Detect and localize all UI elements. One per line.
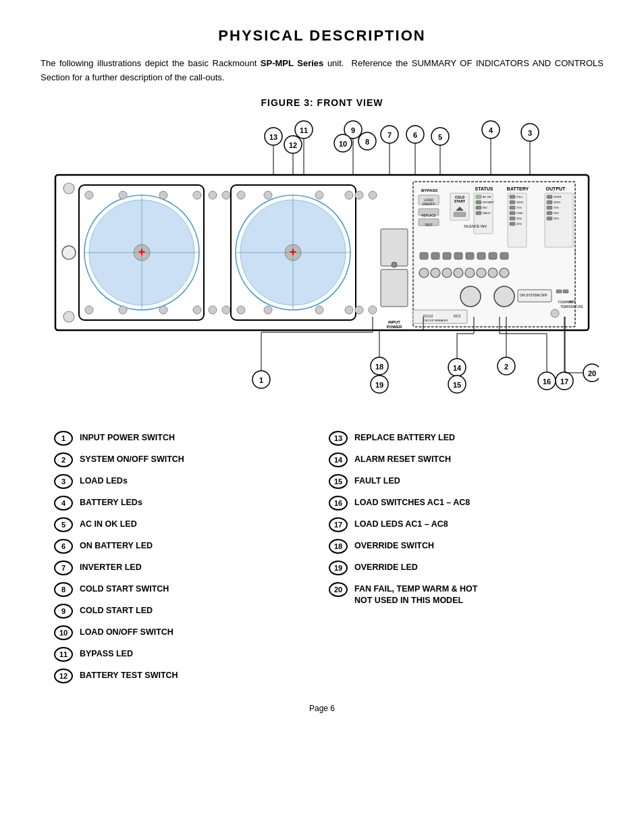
item-label: FAULT LED xyxy=(354,474,400,488)
svg-point-48 xyxy=(193,306,201,314)
svg-text:75%: 75% xyxy=(554,206,559,209)
svg-point-74 xyxy=(355,306,363,314)
svg-text:DC3: DC3 xyxy=(454,314,460,318)
svg-point-143 xyxy=(442,268,452,278)
svg-text:4: 4 xyxy=(489,126,493,134)
item-number: 7 xyxy=(54,561,73,575)
list-item: 14ALARM RESET SWITCH xyxy=(329,452,590,467)
svg-text:AC OK: AC OK xyxy=(483,195,491,199)
svg-text:INV: INV xyxy=(481,224,487,228)
svg-text:FULL: FULL xyxy=(516,195,524,199)
list-item: 18OVERRIDE SWITCH xyxy=(329,539,590,554)
svg-text:DC1/2: DC1/2 xyxy=(423,314,433,318)
svg-point-66 xyxy=(345,191,353,199)
list-item: 15FAULT LED xyxy=(329,474,590,489)
item-label: SYSTEM ON/OFF SWITCH xyxy=(80,452,184,466)
svg-point-145 xyxy=(465,268,475,278)
list-item: 11BYPASS LED xyxy=(54,647,315,662)
svg-point-56 xyxy=(222,306,230,314)
svg-rect-133 xyxy=(420,253,428,259)
item-label: FAN FAIL, TEMP WARM & HOT NOT USED IN TH… xyxy=(354,582,477,607)
item-number: 10 xyxy=(54,625,73,640)
svg-rect-154 xyxy=(563,290,568,293)
item-label: INVERTER LED xyxy=(80,561,142,574)
svg-text:100%: 100% xyxy=(516,201,524,204)
svg-text:ON  SYSTEM  OFF: ON SYSTEM OFF xyxy=(520,293,547,297)
svg-point-32 xyxy=(63,183,74,194)
svg-rect-137 xyxy=(466,253,474,259)
list-item: 9COLD START LED xyxy=(54,604,315,619)
item-number: 11 xyxy=(54,647,73,662)
svg-rect-110 xyxy=(510,201,515,204)
svg-text:ON BATT: ON BATT xyxy=(483,201,495,204)
svg-point-54 xyxy=(222,191,230,199)
svg-text:18: 18 xyxy=(375,363,383,371)
svg-text:3: 3 xyxy=(528,129,532,137)
svg-point-46 xyxy=(85,306,93,314)
svg-text:75%: 75% xyxy=(516,206,522,209)
svg-text:INV: INV xyxy=(483,206,487,209)
svg-rect-139 xyxy=(489,253,497,259)
svg-point-147 xyxy=(488,268,498,278)
diagram-svg: 13 11 12 9 10 8 7 6 5 4 3 xyxy=(45,118,599,408)
item-number: 19 xyxy=(329,561,348,575)
svg-rect-94 xyxy=(476,195,481,199)
svg-text:5: 5 xyxy=(438,133,442,141)
list-item: 4BATTERY LEDs xyxy=(54,496,315,511)
svg-text:13: 13 xyxy=(269,133,277,141)
svg-text:OUTPUT: OUTPUT xyxy=(546,186,566,191)
item-number: 20 xyxy=(329,582,348,597)
svg-text:STATUS: STATUS xyxy=(475,186,493,191)
svg-point-64 xyxy=(237,191,245,199)
svg-point-50 xyxy=(159,191,167,199)
svg-text:12: 12 xyxy=(289,141,297,149)
svg-rect-114 xyxy=(510,211,515,215)
svg-text:7: 7 xyxy=(387,131,392,139)
svg-point-150 xyxy=(494,286,514,307)
item-label: LOAD ON/OFF SWITCH xyxy=(80,625,173,639)
list-item: 10LOAD ON/OFF SWITCH xyxy=(54,625,315,640)
svg-point-47 xyxy=(193,191,201,199)
svg-rect-118 xyxy=(510,222,515,226)
svg-rect-127 xyxy=(547,211,552,215)
svg-point-68 xyxy=(264,191,272,199)
intro-paragraph: The following illustrations depict the b… xyxy=(41,57,603,85)
item-label: REPLACE BATTERY LED xyxy=(354,431,455,444)
svg-point-36 xyxy=(62,246,76,259)
svg-rect-98 xyxy=(476,206,481,209)
svg-text:OVER: OVER xyxy=(554,195,561,199)
svg-point-45 xyxy=(85,191,93,199)
page-title: PHYSICAL DESCRIPTION xyxy=(41,27,603,45)
svg-text:100%: 100% xyxy=(554,201,561,204)
item-label: AC IN OK LED xyxy=(80,517,137,531)
item-label: OVERRIDE SWITCH xyxy=(354,539,434,552)
svg-text:15: 15 xyxy=(453,381,461,389)
item-number: 3 xyxy=(54,474,73,489)
svg-text:CIRCUIT BREAKER: CIRCUIT BREAKER xyxy=(423,319,448,322)
svg-text:ON/OFF: ON/OFF xyxy=(423,202,435,206)
svg-point-67 xyxy=(345,306,353,314)
svg-text:+: + xyxy=(290,245,297,259)
list-item: 8COLD START SWITCH xyxy=(54,582,315,597)
svg-text:6: 6 xyxy=(413,131,417,139)
svg-rect-112 xyxy=(510,206,515,209)
list-item: 20FAN FAIL, TEMP WARM & HOT NOT USED IN … xyxy=(329,582,590,607)
svg-text:START: START xyxy=(454,199,465,203)
svg-rect-135 xyxy=(443,253,451,259)
svg-text:25%: 25% xyxy=(554,217,559,220)
svg-text:20: 20 xyxy=(588,369,596,377)
item-number: 12 xyxy=(54,669,73,683)
item-label: COLD START LED xyxy=(80,604,153,617)
svg-text:TEMPERATURE: TEMPERATURE xyxy=(560,305,583,309)
svg-text:HOT: HOT xyxy=(569,301,576,304)
svg-point-149 xyxy=(460,286,481,307)
item-number: 14 xyxy=(329,452,348,467)
list-item: 17LOAD LEDS AC1 – AC8 xyxy=(329,517,590,532)
item-label: LOAD LEDS AC1 – AC8 xyxy=(354,517,448,531)
svg-text:25%: 25% xyxy=(516,222,522,226)
item-label: BATTERY TEST SWITCH xyxy=(80,669,178,682)
svg-text:10: 10 xyxy=(339,140,347,148)
svg-text:INPUT: INPUT xyxy=(388,320,400,324)
svg-point-144 xyxy=(454,268,463,278)
svg-point-75 xyxy=(369,306,377,314)
